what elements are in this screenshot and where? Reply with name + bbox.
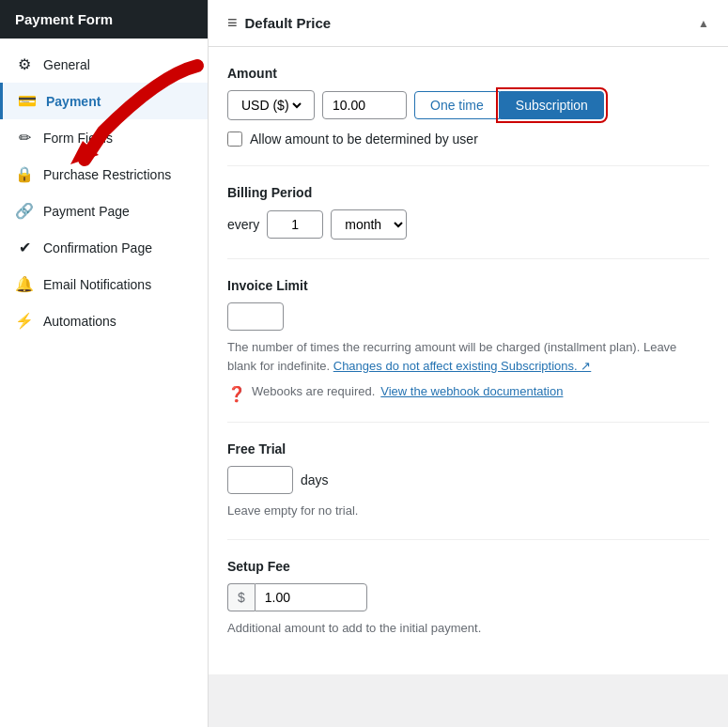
main-content: ≡ Default Price ▲ Amount USD ($) EUR (€)… [209,0,728,727]
setup-fee-label: Setup Fee [227,559,709,574]
free-trial-group: Free Trial days Leave empty for no trial… [227,441,709,540]
sidebar-item-label-automations: Automations [43,314,116,329]
sidebar-title: Payment Form [0,0,208,39]
amount-input[interactable] [322,91,407,119]
sidebar-item-label-payment-page: Payment Page [43,204,130,219]
lightning-icon: ⚡ [15,312,34,330]
subscription-button[interactable]: Subscription [500,91,604,119]
bell-icon: 🔔 [15,275,34,293]
free-trial-helper: Leave empty for no trial. [227,502,709,520]
allow-amount-label: Allow amount to be determined by user [250,131,478,147]
webhook-row: ❓ Webooks are required. View the webhook… [227,384,709,403]
sidebar-item-automations[interactable]: ⚡ Automations [0,302,208,339]
currency-select[interactable]: USD ($) EUR (€) GBP (£) [227,90,315,120]
section-title: Default Price [245,15,332,31]
setup-fee-row: $ [227,583,709,611]
sidebar: Payment Form ⚙ General 💳 Payment ✏ Form … [0,0,209,727]
gear-icon: ⚙ [15,55,34,73]
dollar-prefix: $ [227,583,255,611]
collapse-icon[interactable]: ▲ [698,17,709,30]
every-label: every [227,217,259,232]
invoice-helper-text: The number of times the recurring amount… [227,338,709,375]
invoice-limit-group: Invoice Limit The number of times the re… [227,278,709,423]
link-icon: 🔗 [15,202,34,220]
sidebar-item-general[interactable]: ⚙ General [0,46,208,83]
form-section: Amount USD ($) EUR (€) GBP (£) One time … [209,47,728,674]
payment-type-buttons: One time Subscription [414,91,604,119]
sidebar-item-label-payment: Payment [46,94,101,109]
sidebar-item-email-notifications[interactable]: 🔔 Email Notifications [0,266,208,302]
days-label: days [301,472,329,487]
webhook-link[interactable]: View the webhook documentation [380,384,563,398]
allow-amount-checkbox[interactable] [227,131,242,147]
one-time-button[interactable]: One time [414,91,500,119]
payment-icon: 💳 [18,92,37,110]
setup-fee-helper: Additional amount to add to the initial … [227,619,709,638]
free-trial-row: days [227,466,709,494]
sidebar-item-label-email-notifications: Email Notifications [43,277,151,292]
setup-fee-group: Setup Fee $ Additional amount to add to … [227,559,709,657]
billing-period-row: every day week month year [227,209,709,240]
sidebar-item-label-form-fields: Form Fields [43,131,113,146]
period-select[interactable]: day week month year [331,209,407,240]
webhook-text: Webooks are required. [252,384,375,398]
sidebar-item-label-general: General [43,57,90,72]
free-trial-label: Free Trial [227,441,709,456]
invoice-limit-input[interactable] [227,302,284,331]
setup-fee-input[interactable] [255,583,367,611]
sidebar-item-payment-page[interactable]: 🔗 Payment Page [0,193,208,229]
amount-label: Amount [227,66,709,81]
sidebar-item-confirmation-page[interactable]: ✔ Confirmation Page [0,229,208,266]
period-input[interactable] [267,210,323,239]
sidebar-nav: ⚙ General 💳 Payment ✏ Form Fields 🔒 Purc… [0,39,208,347]
amount-group: Amount USD ($) EUR (€) GBP (£) One time … [227,66,709,166]
sidebar-item-payment[interactable]: 💳 Payment [0,83,208,119]
billing-period-label: Billing Period [227,185,709,200]
sidebar-item-label-confirmation-page: Confirmation Page [43,240,152,255]
billing-period-group: Billing Period every day week month year [227,185,709,259]
currency-dropdown[interactable]: USD ($) EUR (€) GBP (£) [238,97,304,114]
edit-icon: ✏ [15,129,34,147]
invoice-limit-label: Invoice Limit [227,278,709,293]
invoice-link[interactable]: Changes do not affect existing Subscript… [333,359,592,373]
check-icon: ✔ [15,239,34,256]
section-header: ≡ Default Price ▲ [209,0,728,47]
sidebar-item-purchase-restrictions[interactable]: 🔒 Purchase Restrictions [0,156,208,193]
sidebar-item-label-purchase-restrictions: Purchase Restrictions [43,167,171,182]
allow-amount-row: Allow amount to be determined by user [227,131,709,147]
sidebar-item-form-fields[interactable]: ✏ Form Fields [0,119,208,156]
section-header-title: ≡ Default Price [227,13,331,33]
free-trial-input[interactable] [227,466,293,494]
lock-icon: 🔒 [15,165,34,183]
hamburger-icon: ≡ [227,13,238,33]
info-icon: ❓ [227,385,246,403]
amount-row: USD ($) EUR (€) GBP (£) One time Subscri… [227,90,709,120]
